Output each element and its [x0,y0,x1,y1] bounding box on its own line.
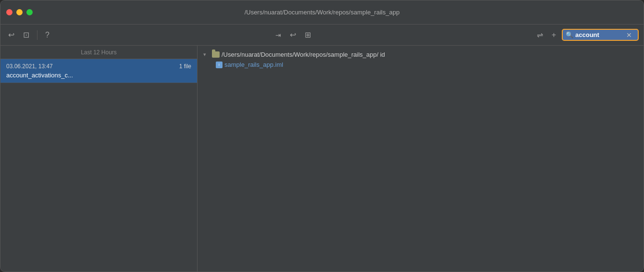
plus-button[interactable]: + [549,29,559,41]
chevron-down-icon: ▾ [203,51,210,58]
panel-header-label: Last 12 Hours [81,49,117,56]
toolbar-divider-1 [37,30,37,40]
add-tab-icon: ⊡ [23,30,29,39]
help-button[interactable]: ? [42,29,52,41]
traffic-lights [6,9,33,15]
search-input[interactable] [575,31,623,38]
main-window: /Users/nuarat/Documents/Work/repos/sampl… [0,0,644,272]
grid-icon: ⊞ [305,30,311,39]
root-path-label: /Users/nuarat/Documents/Work/repos/sampl… [222,51,385,58]
search-clear-button[interactable]: ✕ [625,32,633,38]
pin-icon: ⇥ [275,31,281,39]
file-tree: ▾ /Users/nuarat/Documents/Work/repos/sam… [198,49,644,70]
folder-icon [212,51,220,58]
filter-button[interactable]: ⇌ [534,28,546,41]
plus-icon: + [552,31,556,39]
file-label: sample_rails_app.iml [224,61,283,68]
add-tab-button[interactable]: ⊡ [20,28,32,41]
right-panel: ▾ /Users/nuarat/Documents/Work/repos/sam… [198,46,644,272]
maximize-button[interactable] [26,9,33,15]
tree-file-row[interactable]: i sample_rails_app.iml [201,60,640,70]
title-bar: /Users/nuarat/Documents/Work/repos/sampl… [0,0,644,25]
history-item[interactable]: 03.06.2021, 13:47 1 file account_activat… [0,59,197,83]
iml-file-icon: i [216,62,223,68]
undo-icon: ↩ [8,30,14,39]
undo-button[interactable]: ↩ [5,28,17,41]
help-icon: ? [45,31,50,39]
panel-header: Last 12 Hours [0,46,197,59]
refresh-icon: ↩ [290,30,296,39]
history-item-date: 03.06.2021, 13:47 [6,63,53,70]
filter-icon: ⇌ [537,30,543,39]
main-content: Last 12 Hours 03.06.2021, 13:47 1 file a… [0,46,644,272]
left-panel: Last 12 Hours 03.06.2021, 13:47 1 file a… [0,46,198,272]
close-button[interactable] [6,9,12,15]
search-box[interactable]: 🔍 ✕ [562,29,639,41]
search-icon: 🔍 [566,31,573,38]
grid-button[interactable]: ⊞ [302,28,314,41]
window-title: /Users/nuarat/Documents/Work/repos/sampl… [245,9,400,16]
history-item-top: 03.06.2021, 13:47 1 file [6,63,191,70]
refresh-button[interactable]: ↩ [287,28,299,41]
pin-button[interactable]: ⇥ [272,29,284,41]
toolbar: ↩ ⊡ ? ⇥ ↩ ⊞ ⇌ + 🔍 ✕ [0,25,644,46]
history-item-count: 1 file [179,63,191,70]
tree-root-row[interactable]: ▾ /Users/nuarat/Documents/Work/repos/sam… [201,49,640,60]
history-item-name: account_activations_c... [6,72,191,79]
minimize-button[interactable] [16,9,23,15]
